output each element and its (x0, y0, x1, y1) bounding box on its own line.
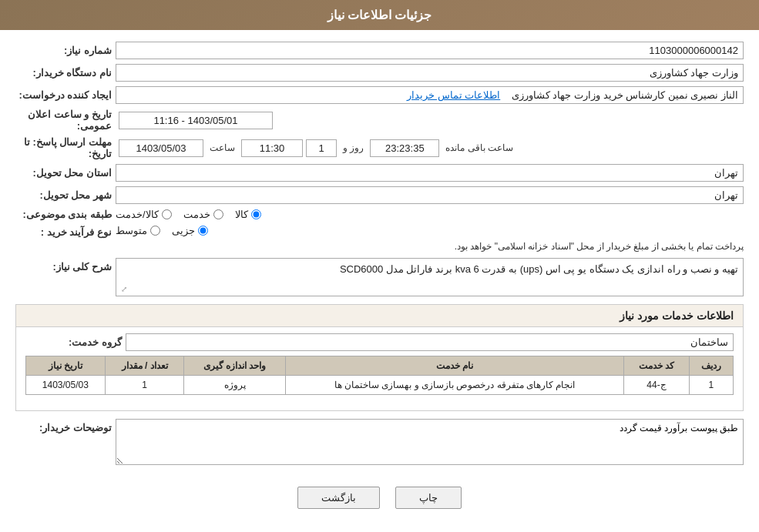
page-container: جزئیات اطلاعات نیاز شماره نیاز: 11030000… (0, 0, 759, 532)
services-table-header-row: ردیف کد خدمت نام خدمت واحد اندازه گیری ت… (26, 356, 734, 376)
city-value: تهران (116, 186, 744, 204)
purchase-partial-radio[interactable] (198, 226, 208, 236)
requester-value: الناز نصیری نمین کارشناس خرید وزارت جهاد… (116, 86, 744, 104)
organization-row: نام دستگاه خریدار: وزارت جهاد کشاورزی (15, 64, 744, 82)
deadline-days: 1 (306, 139, 337, 157)
buyer-notes-textarea[interactable] (116, 419, 744, 465)
requester-row: ایجاد کننده درخواست: الناز نصیری نمین کا… (15, 86, 744, 104)
announce-label: تاریخ و ساعت اعلان عمومی: (15, 109, 116, 132)
category-goods-service-radio[interactable] (162, 209, 172, 219)
purchase-medium-label: متوسط (116, 225, 147, 236)
province-row: استان محل تحویل: تهران (15, 164, 744, 182)
purchase-partial-label: جزیی (172, 225, 195, 236)
announce-date-value: 1403/05/01 - 11:16 (119, 112, 273, 129)
category-radio-group: کالا/خدمت خدمت کالا (116, 209, 261, 220)
need-number-label: شماره نیاز: (15, 45, 116, 56)
buyer-notes-row: توضیحات خریدار: (15, 419, 744, 467)
city-label: شهر محل تحویل: (15, 189, 116, 201)
purchase-partial-option[interactable]: جزیی (172, 225, 208, 236)
deadline-countdown: 23:23:35 (370, 139, 439, 157)
category-service-option[interactable]: خدمت (183, 209, 223, 220)
back-button[interactable]: بازگشت (297, 487, 380, 509)
city-row: شهر محل تحویل: تهران (15, 186, 744, 204)
deadline-time-label: ساعت (207, 142, 238, 153)
need-description-box: تهیه و نصب و راه اندازی یک دستگاه یو پی … (116, 258, 744, 296)
organization-value: وزارت جهاد کشاورزی (116, 64, 744, 82)
cell-service-code: ج-44 (624, 376, 689, 395)
need-description-box-container: تهیه و نصب و راه اندازی یک دستگاه یو پی … (116, 258, 744, 296)
need-number-row: شماره نیاز: 1103000006000142 (15, 42, 744, 59)
deadline-label: مهلت ارسال پاسخ: تا تاریخ: (15, 136, 116, 159)
col-quantity: تعداد / مقدار (105, 356, 184, 376)
category-goods-label: کالا (235, 209, 248, 220)
organization-label: نام دستگاه خریدار: (15, 67, 116, 79)
col-unit: واحد اندازه گیری (184, 356, 286, 376)
services-table: ردیف کد خدمت نام خدمت واحد اندازه گیری ت… (25, 356, 734, 395)
purchase-type-content: متوسط جزیی پرداخت تمام یا بخشی از مبلغ خ… (116, 225, 744, 253)
col-service-name: نام خدمت (285, 356, 623, 376)
category-service-label: خدمت (183, 209, 210, 220)
requester-label: ایجاد کننده درخواست: (15, 89, 116, 101)
category-goods-service-label: کالا/خدمت (116, 209, 159, 220)
resize-handle: ⤢ (118, 285, 127, 294)
purchase-medium-option[interactable]: متوسط (116, 225, 160, 236)
col-date: تاریخ نیاز (26, 356, 106, 376)
deadline-date: 1403/05/03 (119, 139, 203, 157)
cell-quantity: 1 (105, 376, 184, 395)
category-goods-service-option[interactable]: کالا/خدمت (116, 209, 172, 220)
need-number-value: 1103000006000142 (116, 42, 744, 59)
services-table-section: ردیف کد خدمت نام خدمت واحد اندازه گیری ت… (25, 356, 734, 395)
group-value: ساختمان (126, 333, 734, 351)
purchase-type-row: نوع فرآیند خرید : متوسط جزیی پرداخت تمام… (15, 225, 744, 253)
page-title: جزئیات اطلاعات نیاز (327, 8, 432, 22)
deadline-row: مهلت ارسال پاسخ: تا تاریخ: 1403/05/03 سا… (15, 136, 744, 159)
cell-date: 1403/05/03 (26, 376, 106, 395)
province-label: استان محل تحویل: (15, 167, 116, 179)
contact-link[interactable]: اطلاعات تماس خریدار (407, 89, 500, 101)
services-table-head: ردیف کد خدمت نام خدمت واحد اندازه گیری ت… (26, 356, 734, 376)
category-goods-option[interactable]: کالا (235, 209, 261, 220)
category-row: طبقه بندی موضوعی: کالا/خدمت خدمت کالا (15, 209, 744, 220)
services-section-content: گروه خدمت: ساختمان ردیف کد خدمت نام خدمت… (16, 327, 743, 410)
col-row-num: ردیف (689, 356, 733, 376)
print-button[interactable]: چاپ (395, 487, 462, 509)
deadline-days-label: روز و (340, 142, 367, 153)
category-label: طبقه بندی موضوعی: (15, 209, 116, 220)
buyer-notes-label: توضیحات خریدار: (15, 419, 116, 433)
col-service-code: کد خدمت (624, 356, 689, 376)
cell-unit: پروژه (184, 376, 286, 395)
need-description-label: شرح کلی نیاز: (15, 258, 116, 273)
buyer-notes-box (116, 419, 744, 467)
services-table-body: 1 ج-44 انجام کارهای متفرقه درخصوص بازساز… (26, 376, 734, 395)
province-value: تهران (116, 164, 744, 182)
announce-row: تاریخ و ساعت اعلان عمومی: 1403/05/01 - 1… (15, 109, 744, 132)
deadline-countdown-label: ساعت باقی مانده (442, 142, 516, 153)
purchase-radios: متوسط جزیی (116, 225, 744, 236)
need-description-row: شرح کلی نیاز: تهیه و نصب و راه اندازی یک… (15, 258, 744, 296)
need-description-text: تهیه و نصب و راه اندازی یک دستگاه یو پی … (340, 263, 738, 275)
actions-row: چاپ بازگشت (15, 479, 744, 517)
group-label: گروه خدمت: (25, 336, 126, 348)
requester-text: الناز نصیری نمین کارشناس خرید وزارت جهاد… (512, 89, 738, 101)
purchase-type-label: نوع فرآیند خرید : (15, 225, 116, 238)
cell-row-num: 1 (689, 376, 733, 395)
group-row: گروه خدمت: ساختمان (25, 333, 734, 351)
services-section: اطلاعات خدمات مورد نیاز گروه خدمت: ساختم… (15, 304, 744, 411)
cell-service-name: انجام کارهای متفرقه درخصوص بازسازی و بهس… (285, 376, 623, 395)
category-goods-radio[interactable] (251, 209, 261, 219)
category-service-radio[interactable] (213, 209, 223, 219)
purchase-medium-radio[interactable] (150, 226, 160, 236)
page-header: جزئیات اطلاعات نیاز (0, 0, 759, 30)
need-description-section: شرح کلی نیاز: تهیه و نصب و راه اندازی یک… (15, 258, 744, 296)
content-area: شماره نیاز: 1103000006000142 نام دستگاه … (0, 30, 759, 528)
deadline-time: 11:30 (241, 139, 303, 157)
table-row: 1 ج-44 انجام کارهای متفرقه درخصوص بازساز… (26, 376, 734, 395)
services-section-title: اطلاعات خدمات مورد نیاز (16, 305, 743, 327)
purchase-type-description: پرداخت تمام یا بخشی از مبلغ خریدار از مح… (116, 239, 744, 253)
